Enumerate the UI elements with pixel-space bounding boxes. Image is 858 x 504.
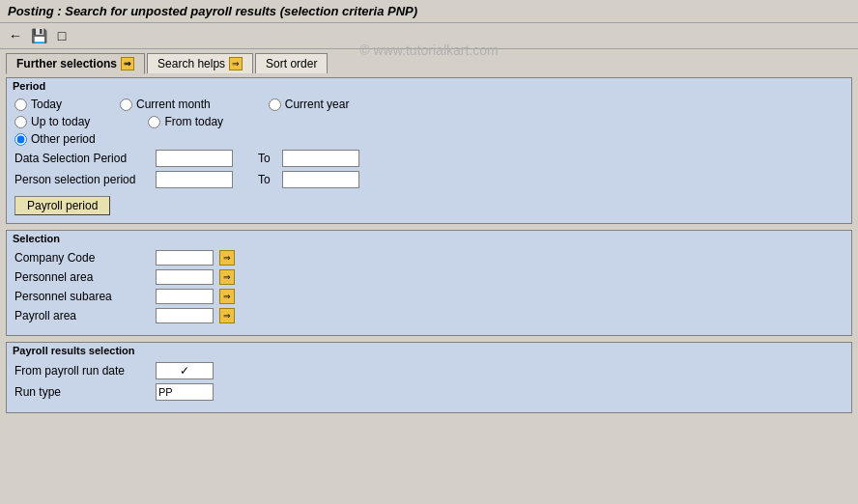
radio-from-today-label: From today [164,115,223,128]
selection-section-content: Company Code ⇒ Personnel area ⇒ Personne… [7,246,851,335]
person-selection-period-to-label: To [258,173,271,186]
selection-section: Selection Company Code ⇒ Personnel area … [6,230,852,336]
personnel-subarea-row: Personnel subarea ⇒ [14,289,844,304]
tab-further-selections-label: Further selections [16,57,117,70]
company-code-arrow[interactable]: ⇒ [219,250,235,266]
back-icon[interactable]: ← [6,26,25,45]
data-selection-period-to[interactable] [282,150,359,167]
radio-today-label: Today [31,98,62,111]
period-radio-row1: Today Current month Current year [14,98,844,111]
tab-search-helps-label: Search helps [157,57,225,70]
payroll-area-arrow[interactable]: ⇒ [219,308,235,323]
person-selection-period-row: Person selection period To [14,171,844,188]
tab-sort-order[interactable]: Sort order [255,53,328,73]
data-selection-period-label: Data Selection Period [14,152,150,165]
radio-from-today[interactable]: From today [148,115,223,128]
person-selection-period-to[interactable] [282,171,359,188]
save-icon[interactable]: 💾 [29,26,48,45]
command-icon[interactable]: □ [52,26,72,45]
personnel-area-input[interactable] [156,269,214,285]
payroll-area-input[interactable] [156,308,214,323]
payroll-area-row: Payroll area ⇒ [14,308,844,323]
person-selection-period-from[interactable] [156,171,233,188]
page-title: Posting : Search for unposted payroll re… [8,4,417,18]
radio-up-to-today-input[interactable] [14,116,27,128]
tabs-bar: Further selections ⇒ Search helps ⇒ Sort… [0,49,858,73]
period-section-content: Today Current month Current year Up to t… [7,94,851,223]
radio-current-year[interactable]: Current year [269,98,350,111]
toolbar: ← 💾 □ [0,23,858,49]
from-payroll-run-date-row: From payroll run date ✓ [14,362,844,379]
from-payroll-run-date-label: From payroll run date [14,364,150,378]
radio-current-month[interactable]: Current month [120,98,211,111]
personnel-area-row: Personnel area ⇒ [14,269,844,285]
period-section-label: Period [7,78,851,94]
payroll-results-section: Payroll results selection From payroll r… [6,342,852,413]
company-code-input[interactable] [156,250,214,266]
personnel-area-label: Personnel area [14,270,150,284]
tab-search-helps-arrow: ⇒ [229,57,243,70]
selection-section-label: Selection [7,231,851,246]
tab-sort-order-label: Sort order [266,57,317,70]
data-selection-period-row: Data Selection Period To [14,150,844,167]
from-payroll-run-date-checkbox[interactable]: ✓ [156,362,214,379]
title-bar: Posting : Search for unposted payroll re… [0,0,858,23]
data-selection-period-to-label: To [258,152,271,165]
tab-further-selections[interactable]: Further selections ⇒ [6,53,145,74]
radio-up-to-today[interactable]: Up to today [14,115,90,128]
radio-current-year-label: Current year [285,98,350,111]
radio-current-month-input[interactable] [120,98,132,111]
period-radio-row3: Other period [14,132,844,146]
radio-today-input[interactable] [14,98,27,111]
data-selection-period-from[interactable] [156,150,233,167]
radio-other-period[interactable]: Other period [14,132,96,146]
company-code-label: Company Code [14,251,150,265]
run-type-input[interactable] [156,383,214,401]
payroll-area-label: Payroll area [14,309,150,322]
company-code-row: Company Code ⇒ [14,250,844,266]
run-type-row: Run type [14,383,844,401]
payroll-results-section-label: Payroll results selection [7,343,851,358]
radio-other-period-input[interactable] [14,133,27,146]
personnel-subarea-arrow[interactable]: ⇒ [219,289,235,304]
personnel-area-arrow[interactable]: ⇒ [219,269,235,285]
radio-today[interactable]: Today [14,98,62,111]
payroll-period-button[interactable]: Payroll period [14,196,110,215]
payroll-results-section-content: From payroll run date ✓ Run type [7,358,851,412]
radio-up-to-today-label: Up to today [31,115,90,128]
tab-search-helps[interactable]: Search helps ⇒ [147,53,253,73]
personnel-subarea-label: Personnel subarea [14,290,150,303]
main-content: Period Today Current month Current year [0,73,858,423]
period-radio-row2: Up to today From today [14,115,844,128]
radio-current-year-input[interactable] [269,98,281,111]
tab-further-selections-arrow: ⇒ [121,57,134,70]
radio-other-period-label: Other period [31,132,96,146]
person-selection-period-label: Person selection period [14,173,150,186]
personnel-subarea-input[interactable] [156,289,214,304]
radio-current-month-label: Current month [136,98,211,111]
radio-from-today-input[interactable] [148,116,160,128]
run-type-label: Run type [14,385,150,399]
period-section: Period Today Current month Current year [6,77,852,224]
